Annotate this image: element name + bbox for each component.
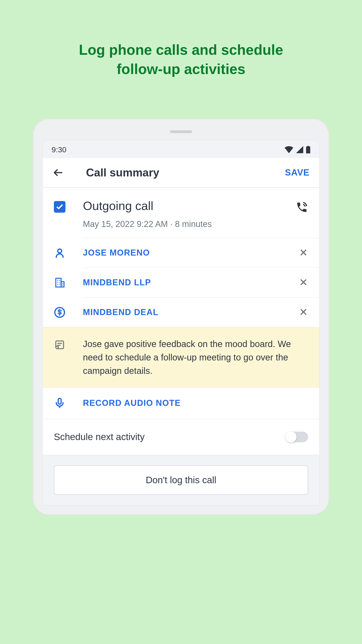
contact-name: JOSE MORENO [83, 248, 299, 258]
svg-rect-3 [56, 278, 61, 287]
building-icon [54, 277, 65, 288]
note-icon [54, 339, 65, 350]
footer: Don't log this call [43, 455, 319, 505]
check-icon [56, 203, 64, 211]
content-area: Outgoing call May 15, 2022 9:22 AM · 8 m… [43, 188, 319, 505]
status-icons [285, 146, 310, 154]
svg-rect-6 [58, 398, 61, 404]
marketing-headline: Log phone calls and schedule follow-up a… [58, 40, 304, 79]
schedule-row: Schedule next activity [43, 419, 319, 455]
schedule-label: Schedule next activity [54, 432, 145, 442]
company-name: MINDBEND LLP [83, 278, 299, 287]
record-audio-row[interactable]: RECORD AUDIO NOTE [43, 387, 319, 419]
back-button[interactable] [52, 167, 64, 178]
phone-screen: 9:30 Call summary SAVE [42, 140, 320, 505]
note-row[interactable]: Jose gave positive feedback on the mood … [43, 327, 319, 387]
contact-row[interactable]: JOSE MORENO [43, 238, 319, 268]
deal-row[interactable]: MINDBEND DEAL [43, 298, 319, 327]
call-timestamp: May 15, 2022 9:22 AM · 8 minutes [83, 219, 296, 229]
wifi-icon [285, 146, 293, 153]
battery-icon [306, 146, 310, 154]
app-header: Call summary SAVE [43, 158, 319, 188]
close-icon [299, 307, 308, 317]
status-time: 9:30 [52, 145, 66, 154]
company-row[interactable]: MINDBEND LLP [43, 268, 319, 298]
call-type-label: Outgoing call [83, 199, 296, 213]
cellular-icon [296, 146, 304, 153]
arrow-left-icon [52, 167, 64, 178]
save-button[interactable]: SAVE [285, 168, 310, 178]
microphone-icon [54, 397, 65, 409]
phone-notch [170, 130, 192, 133]
note-text: Jose gave positive feedback on the mood … [83, 337, 308, 378]
svg-rect-1 [306, 146, 310, 154]
dollar-icon [54, 306, 65, 318]
close-icon [299, 278, 308, 287]
log-call-checkbox[interactable] [54, 201, 65, 213]
call-header-row: Outgoing call May 15, 2022 9:22 AM · 8 m… [43, 188, 319, 231]
person-icon [54, 247, 65, 259]
svg-rect-0 [308, 146, 309, 146]
page-title: Call summary [86, 166, 285, 179]
close-icon [299, 248, 308, 257]
outgoing-call-icon [296, 199, 308, 229]
schedule-toggle[interactable] [286, 432, 308, 442]
phone-mockup: 9:30 Call summary SAVE [33, 119, 329, 514]
svg-point-2 [58, 249, 61, 253]
record-audio-label: RECORD AUDIO NOTE [83, 398, 181, 408]
svg-rect-4 [61, 282, 64, 287]
deal-name: MINDBEND DEAL [83, 308, 299, 317]
dont-log-button[interactable]: Don't log this call [54, 465, 308, 495]
remove-deal-button[interactable] [299, 307, 308, 318]
status-bar: 9:30 [43, 140, 319, 158]
remove-contact-button[interactable] [299, 248, 308, 258]
remove-company-button[interactable] [299, 278, 308, 288]
toggle-knob [285, 431, 297, 442]
